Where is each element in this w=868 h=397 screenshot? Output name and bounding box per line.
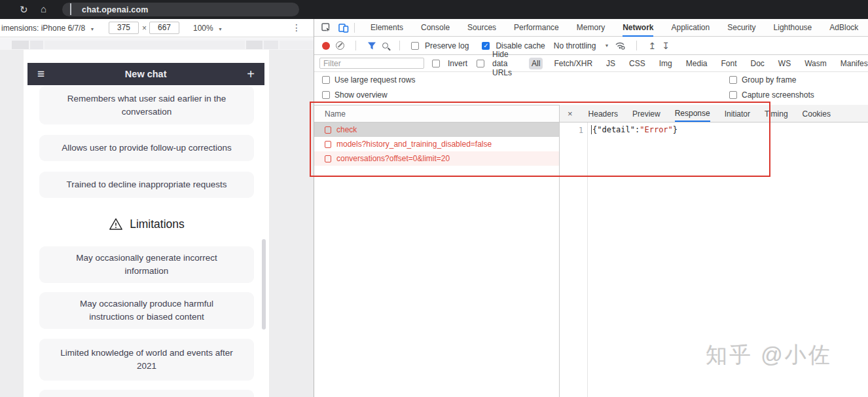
filter-pill-all[interactable]: All (529, 58, 543, 69)
invert-checkbox[interactable] (432, 60, 440, 67)
network-filter-row: Invert Hide data URLs All Fetch/XHR JS C… (314, 55, 868, 72)
filter-pill-css[interactable]: CSS (626, 58, 648, 69)
invert-label: Invert (448, 59, 467, 68)
filter-input[interactable] (319, 58, 424, 69)
media-query-ruler (0, 38, 314, 50)
inspect-element-icon[interactable] (321, 23, 331, 33)
devtools-tab-bar: Elements Console Sources Performance Mem… (314, 19, 868, 37)
detail-tab-cookies[interactable]: Cookies (803, 105, 831, 121)
disable-cache-checkbox[interactable]: ✓ (482, 42, 490, 50)
limitation-card: Limited knowledge of world and events af… (39, 339, 254, 381)
network-conditions-icon[interactable] (615, 41, 625, 50)
filter-pill-font[interactable]: Font (718, 58, 739, 69)
tab-console[interactable]: Console (421, 19, 450, 37)
network-options-row-2: Show overview Capture screenshots (314, 87, 868, 102)
tab-performance[interactable]: Performance (514, 19, 559, 37)
record-icon[interactable] (322, 42, 330, 50)
home-icon[interactable]: ⌂ (41, 4, 46, 14)
device-zoom-select[interactable]: 100% ▼ (193, 24, 223, 33)
capture-screenshots-checkbox[interactable] (729, 91, 737, 99)
filter-funnel-icon[interactable] (367, 42, 376, 50)
chat-app-header: ≡ New chat + (27, 63, 264, 85)
network-toolbar: Preserve log ✓ Disable cache No throttli… (314, 37, 868, 55)
disable-cache-label: Disable cache (496, 41, 545, 50)
reload-icon[interactable]: ↻ (20, 5, 28, 14)
device-height-input[interactable]: 667 (149, 22, 179, 34)
capability-card: Remembers what user said earlier in the … (39, 86, 254, 124)
device-toolbar-menu-icon[interactable]: ⋮ (292, 22, 301, 33)
watermark: 知乎 @小佐 (706, 341, 832, 370)
filter-pill-manifest[interactable]: Manifest (838, 58, 868, 69)
device-dimensions-select[interactable]: imensions: iPhone 6/7/8 ▼ (1, 24, 94, 33)
annotation-highlight-box (310, 102, 770, 177)
import-har-icon[interactable]: ↥ (648, 41, 656, 51)
tab-memory[interactable]: Memory (577, 19, 605, 37)
limitation-card-cutoff (39, 390, 254, 397)
warning-icon (109, 217, 123, 231)
export-har-icon[interactable]: ↧ (662, 41, 670, 51)
chevron-down-icon: ▼ (604, 43, 609, 48)
chevron-down-icon: ▼ (90, 27, 94, 31)
browser-top-bar: ↻ ⌂ chat.openai.com (0, 0, 868, 19)
tab-elements[interactable]: Elements (371, 19, 403, 37)
url-text: chat.openai.com (82, 5, 149, 14)
network-options-row-1: Use large request rows Group by frame (314, 72, 868, 87)
search-icon[interactable] (382, 43, 388, 48)
group-by-frame-checkbox[interactable] (729, 76, 737, 84)
throttling-select[interactable]: No throttling (554, 41, 596, 50)
scrollbar-thumb[interactable] (262, 239, 266, 330)
device-toolbar: imensions: iPhone 6/7/8 ▼ 375 × 667 100%… (0, 19, 314, 37)
tab-security[interactable]: Security (727, 19, 755, 37)
chevron-down-icon: ▼ (218, 27, 223, 31)
filter-pill-ws[interactable]: WS (776, 58, 793, 69)
show-overview-checkbox[interactable] (322, 91, 330, 99)
tab-sources[interactable]: Sources (467, 19, 496, 37)
preserve-log-label: Preserve log (425, 41, 469, 50)
group-by-frame-label: Group by frame (742, 75, 796, 85)
capability-card: Trained to decline inappropriate request… (39, 172, 254, 198)
clear-icon[interactable] (336, 41, 344, 50)
use-large-rows-checkbox[interactable] (322, 76, 330, 84)
capture-screenshots-label: Capture screenshots (742, 90, 814, 100)
device-toggle-icon[interactable] (338, 23, 349, 33)
tab-lighthouse[interactable]: Lighthouse (774, 19, 812, 37)
tab-adblock[interactable]: AdBlock (829, 19, 858, 37)
filter-pill-js[interactable]: JS (604, 58, 618, 69)
filter-pill-wasm[interactable]: Wasm (802, 58, 829, 69)
page-title: New chat (125, 69, 167, 79)
limitations-heading: Limitations (39, 214, 254, 235)
limitation-card: May occasionally produce harmful instruc… (39, 292, 254, 329)
show-overview-label: Show overview (335, 90, 388, 100)
tab-network[interactable]: Network (623, 19, 653, 37)
dimensions-times-label: × (142, 24, 147, 33)
address-bar[interactable]: chat.openai.com (62, 3, 299, 16)
new-chat-icon[interactable]: + (247, 67, 255, 82)
filter-pill-doc[interactable]: Doc (748, 58, 767, 69)
limitation-card: May occasionally generate incorrect info… (39, 246, 254, 283)
capability-card: Allows user to provide follow-up correct… (39, 135, 254, 161)
filter-pill-fetchxhr[interactable]: Fetch/XHR (551, 58, 595, 69)
lock-icon (70, 4, 77, 16)
hamburger-menu-icon[interactable]: ≡ (37, 67, 45, 81)
hide-data-urls-checkbox[interactable] (477, 60, 484, 67)
filter-pill-img[interactable]: Img (657, 58, 675, 69)
preserve-log-checkbox[interactable] (411, 42, 419, 50)
filter-pill-media[interactable]: Media (683, 58, 710, 69)
tab-application[interactable]: Application (671, 19, 710, 37)
use-large-rows-label: Use large request rows (335, 75, 415, 85)
device-width-input[interactable]: 375 (109, 22, 139, 34)
